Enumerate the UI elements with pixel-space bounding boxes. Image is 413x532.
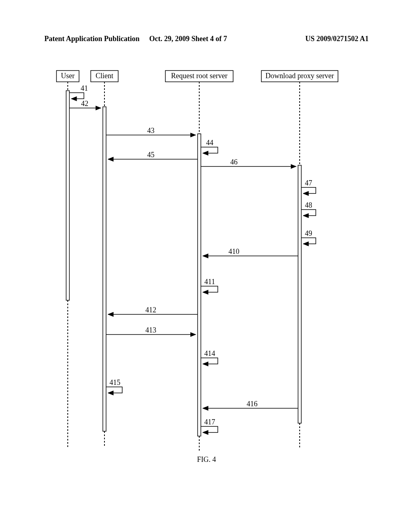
message-42-label: 42 xyxy=(81,100,88,108)
message-413-label: 413 xyxy=(146,326,156,334)
message-43-label: 43 xyxy=(147,127,154,135)
header-patent-number: US 2009/0271502 A1 xyxy=(305,35,369,43)
message-41: 41 xyxy=(69,84,88,99)
message-49-label: 49 xyxy=(305,229,312,237)
activation-client xyxy=(103,107,106,431)
message-44-label: 44 xyxy=(206,139,213,147)
actor-root: Request root server xyxy=(165,71,233,82)
message-47: 47 xyxy=(301,179,316,193)
message-414: 414 xyxy=(201,349,218,364)
message-410: 410 xyxy=(203,247,298,256)
message-415-label: 415 xyxy=(110,378,121,387)
actor-proxy: Download proxy server xyxy=(261,71,338,82)
message-415: 415 xyxy=(106,378,122,393)
activation-proxy xyxy=(298,165,301,423)
message-417-label: 417 xyxy=(204,418,215,426)
actor-root-label: Request root server xyxy=(171,72,227,80)
sequence-diagram: User Client Request root server Download… xyxy=(44,69,369,455)
message-45: 45 xyxy=(108,151,198,159)
header-publication: Patent Application Publication xyxy=(44,35,140,43)
message-48: 48 xyxy=(301,201,316,216)
message-410-label: 410 xyxy=(229,247,240,256)
message-45-label: 45 xyxy=(147,151,154,159)
actor-user: User xyxy=(56,71,79,82)
figure-label: FIG. 4 xyxy=(0,455,413,464)
actor-client-label: Client xyxy=(96,72,113,80)
message-411: 411 xyxy=(201,278,218,292)
message-413: 413 xyxy=(106,326,196,335)
header-date-sheet: Oct. 29, 2009 Sheet 4 of 7 xyxy=(149,35,227,43)
actor-client: Client xyxy=(91,71,118,82)
activation-user xyxy=(66,91,69,300)
message-44: 44 xyxy=(201,139,218,153)
actor-proxy-label: Download proxy server xyxy=(265,72,334,80)
actor-user-label: User xyxy=(61,72,75,80)
message-47-label: 47 xyxy=(305,179,312,187)
message-46-label: 46 xyxy=(230,158,238,166)
message-41-label: 41 xyxy=(81,84,88,92)
message-412-label: 412 xyxy=(146,306,156,314)
message-48-label: 48 xyxy=(305,201,312,209)
activation-root xyxy=(198,134,201,436)
message-414-label: 414 xyxy=(204,349,215,357)
message-43: 43 xyxy=(106,127,196,135)
message-49: 49 xyxy=(301,229,316,244)
message-416: 416 xyxy=(203,400,298,408)
message-412: 412 xyxy=(108,306,198,314)
message-46: 46 xyxy=(201,158,296,166)
message-416-label: 416 xyxy=(247,400,258,408)
message-417: 417 xyxy=(201,418,218,432)
message-42: 42 xyxy=(69,100,101,108)
message-411-label: 411 xyxy=(204,278,215,286)
